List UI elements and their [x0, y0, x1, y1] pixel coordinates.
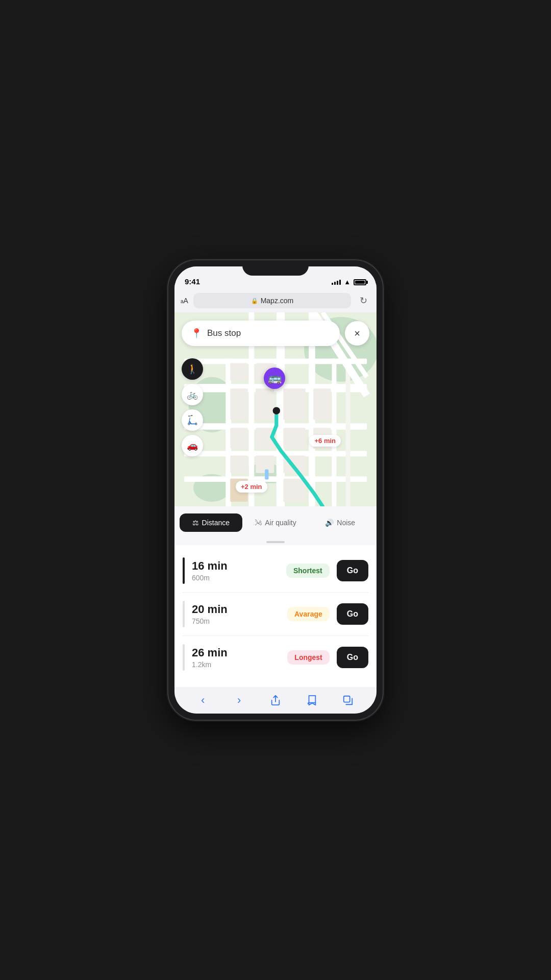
signal-bar-3 [337, 281, 338, 285]
route-time-2: 20 min [192, 603, 280, 616]
go-button-2[interactable]: Go [337, 603, 368, 625]
scooter-icon: 🛴 [187, 414, 198, 426]
status-icons: ▲ [332, 278, 366, 286]
route-time-1: 16 min [192, 559, 279, 573]
svg-rect-17 [230, 388, 247, 420]
walk-mode-button[interactable]: 🚶 [182, 358, 203, 380]
route-list: 16 min 600m Shortest Go 20 min 750m Avar… [174, 545, 377, 687]
route-item-3: 26 min 1.2km Longest Go [183, 636, 368, 679]
route-distance-1: 600m [192, 574, 279, 582]
svg-rect-7 [184, 451, 367, 456]
route-badge-longest: Longest [287, 650, 329, 665]
route-info-3: 26 min 1.2km [192, 646, 280, 669]
battery-fill [355, 281, 365, 284]
route-indicator-2 [183, 601, 185, 627]
search-bar: 📍 Bus stop × [182, 321, 369, 346]
svg-rect-29 [230, 455, 247, 473]
browser-aa-button[interactable]: aA [181, 297, 188, 305]
route-badge-shortest: Shortest [286, 564, 330, 578]
phone-notch [242, 260, 309, 276]
bus-stop-marker: 🚌 [264, 368, 285, 389]
svg-rect-35 [265, 470, 268, 480]
air-icon: 🌬 [255, 519, 262, 527]
svg-rect-27 [313, 388, 331, 420]
svg-rect-16 [230, 363, 247, 381]
svg-rect-20 [256, 388, 274, 420]
bike-icon: 🚲 [187, 389, 198, 400]
svg-rect-23 [283, 388, 305, 420]
url-text: Mapz.com [261, 297, 294, 305]
safari-bookmarks-button[interactable] [304, 692, 320, 708]
route-label-plus6: +6 min [309, 435, 341, 447]
close-icon: × [354, 328, 360, 339]
car-icon: 🚗 [187, 440, 198, 451]
signal-bar-1 [332, 283, 333, 285]
safari-forward-button[interactable]: › [231, 692, 247, 708]
battery-icon [354, 279, 366, 285]
go-button-3[interactable]: Go [337, 647, 368, 668]
distance-icon: ⚖ [192, 519, 199, 527]
svg-rect-15 [346, 368, 350, 506]
browser-bar: aA 🔒 Mapz.com ↻ [174, 289, 377, 312]
search-text: Bus stop [207, 328, 241, 338]
refresh-button[interactable]: ↻ [356, 293, 370, 308]
svg-rect-37 [344, 696, 350, 702]
scooter-mode-button[interactable]: 🛴 [182, 409, 203, 431]
route-label-plus2: +2 min [236, 481, 267, 493]
tab-distance-label: Distance [202, 519, 230, 527]
browser-url-bar[interactable]: 🔒 Mapz.com [193, 293, 351, 308]
search-input-wrap[interactable]: 📍 Bus stop [182, 321, 340, 346]
bottom-panel: ⚖ Distance 🌬 Air quality 🔊 Noise [174, 506, 377, 687]
svg-rect-8 [184, 476, 367, 482]
route-info-2: 20 min 750m [192, 603, 280, 625]
safari-back-button[interactable]: ‹ [195, 692, 211, 708]
route-item-2: 20 min 750m Avarage Go [183, 593, 368, 636]
walk-icon: 🚶 [187, 363, 198, 375]
safari-bottom-nav: ‹ › [174, 687, 377, 714]
svg-rect-26 [283, 479, 305, 502]
wifi-icon: ▲ [344, 278, 350, 286]
safari-tabs-button[interactable] [340, 692, 356, 708]
plus6-text: +6 min [314, 437, 336, 445]
map-container[interactable]: 🚌 📍 Bus stop × 🚶 🚲 [174, 312, 377, 506]
plus2-text: +2 min [241, 483, 262, 491]
tab-distance[interactable]: ⚖ Distance [180, 513, 242, 532]
drag-handle [266, 541, 285, 543]
location-pin-icon: 📍 [191, 328, 202, 339]
car-mode-button[interactable]: 🚗 [182, 435, 203, 456]
route-distance-2: 750m [192, 617, 280, 625]
route-info-1: 16 min 600m [192, 559, 279, 582]
route-item-1: 16 min 600m Shortest Go [183, 549, 368, 593]
signal-bar-4 [339, 280, 341, 285]
svg-rect-14 [332, 358, 336, 506]
go-button-1[interactable]: Go [337, 560, 368, 581]
phone-screen: 9:41 ▲ aA 🔒 Mapz.com [174, 266, 377, 714]
tab-bar: ⚖ Distance 🌬 Air quality 🔊 Noise [174, 506, 377, 537]
bike-mode-button[interactable]: 🚲 [182, 384, 203, 405]
lock-icon: 🔒 [251, 298, 258, 304]
safari-share-button[interactable] [267, 692, 284, 708]
tab-air-label: Air quality [265, 519, 296, 527]
route-indicator-1 [183, 557, 185, 584]
tab-air-quality[interactable]: 🌬 Air quality [244, 513, 307, 532]
phone-frame: 9:41 ▲ aA 🔒 Mapz.com [168, 260, 383, 720]
svg-rect-24 [283, 428, 305, 449]
signal-bars [332, 280, 341, 285]
tab-noise-label: Noise [337, 519, 355, 527]
status-time: 9:41 [185, 277, 200, 286]
route-badge-average: Avarage [287, 607, 330, 621]
tab-noise[interactable]: 🔊 Noise [309, 513, 371, 532]
route-distance-3: 1.2km [192, 660, 280, 669]
svg-point-34 [273, 407, 280, 414]
noise-icon: 🔊 [325, 519, 334, 527]
close-button[interactable]: × [345, 321, 369, 346]
transport-modes: 🚶 🚲 🛴 🚗 [182, 358, 203, 456]
route-time-3: 26 min [192, 646, 280, 659]
route-indicator-3 [183, 644, 185, 671]
svg-rect-18 [230, 428, 247, 449]
signal-bar-2 [334, 282, 336, 285]
